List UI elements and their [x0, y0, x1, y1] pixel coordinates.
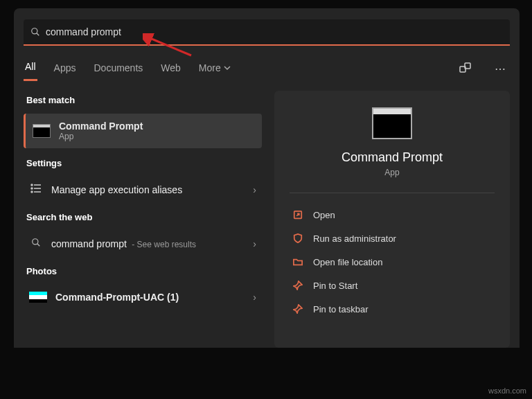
settings-result[interactable]: Manage app execution aliases ›: [24, 177, 262, 202]
chevron-right-icon: ›: [253, 292, 256, 303]
best-match-title: Command Prompt: [59, 121, 143, 132]
tab-apps[interactable]: Apps: [53, 58, 78, 80]
search-input[interactable]: [46, 26, 503, 37]
search-bar[interactable]: [24, 19, 510, 46]
settings-result-label: Manage app execution aliases: [51, 184, 245, 195]
svg-point-0: [32, 28, 37, 34]
divider: [290, 193, 495, 193]
preview-title: Command Prompt: [342, 150, 443, 165]
action-pin-taskbar[interactable]: Pin to taskbar: [290, 297, 495, 321]
command-prompt-icon: [372, 107, 412, 139]
web-result-label: command prompt - See web results: [51, 238, 245, 249]
preview-subtitle: App: [384, 168, 399, 177]
svg-point-11: [33, 239, 38, 245]
settings-list-icon: [29, 184, 43, 195]
svg-point-9: [31, 188, 33, 189]
command-prompt-icon: [33, 124, 51, 138]
section-search-web: Search the web: [24, 208, 262, 225]
tab-all[interactable]: All: [24, 57, 37, 81]
results-panel: Best match Command Prompt App Settings M…: [24, 91, 262, 348]
best-match-result[interactable]: Command Prompt App: [24, 114, 262, 148]
svg-point-10: [31, 191, 33, 193]
tab-more[interactable]: More: [197, 58, 232, 80]
folder-icon: [292, 256, 303, 267]
best-match-subtitle: App: [59, 132, 143, 141]
filter-tabs: All Apps Documents Web More ⋯: [14, 50, 520, 81]
preview-panel: Command Prompt App Open Run as administr…: [274, 91, 510, 348]
shield-icon: [292, 233, 303, 244]
start-search-window: All Apps Documents Web More ⋯ Best match…: [14, 8, 520, 348]
svg-line-1: [37, 33, 39, 36]
web-result[interactable]: command prompt - See web results ›: [24, 231, 262, 256]
action-open-location[interactable]: Open file location: [290, 250, 495, 274]
pin-icon: [292, 280, 303, 291]
action-open[interactable]: Open: [290, 203, 495, 227]
tab-web[interactable]: Web: [159, 58, 182, 80]
section-photos: Photos: [24, 262, 262, 279]
photo-result-label: Command-Prompt-UAC (1): [55, 292, 245, 303]
section-settings: Settings: [24, 154, 262, 171]
search-icon: [29, 238, 43, 249]
open-icon: [292, 209, 303, 220]
chevron-right-icon: ›: [253, 184, 256, 195]
svg-point-8: [31, 184, 33, 186]
photo-thumbnail: [29, 292, 47, 303]
search-icon: [30, 27, 40, 37]
svg-line-12: [37, 244, 40, 247]
section-best-match: Best match: [24, 91, 262, 108]
action-run-admin[interactable]: Run as administrator: [290, 227, 495, 250]
action-pin-start[interactable]: Pin to Start: [290, 274, 495, 297]
chevron-right-icon: ›: [253, 238, 256, 249]
photo-result[interactable]: Command-Prompt-UAC (1) ›: [24, 285, 262, 310]
more-options-icon[interactable]: ⋯: [490, 62, 510, 76]
watermark: wsxdn.com: [488, 387, 526, 395]
chevron-down-icon: [224, 64, 231, 71]
tab-documents[interactable]: Documents: [92, 58, 144, 80]
search-options-icon[interactable]: [456, 62, 475, 76]
pin-icon: [292, 303, 303, 314]
